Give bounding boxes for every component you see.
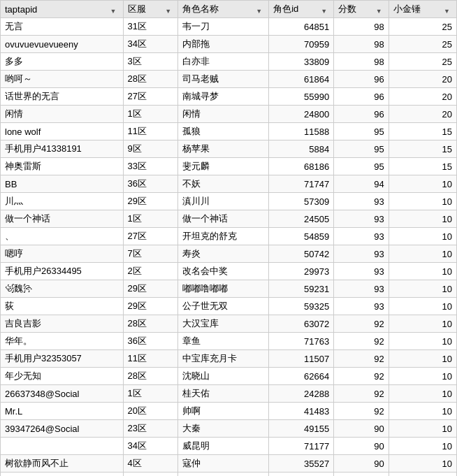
cell-role_id: 41483 [269, 403, 334, 420]
cell-score: 98 [334, 18, 389, 36]
cell-gold_hammer: 10 [389, 298, 456, 315]
cell-taptapid: 川灬 [1, 193, 124, 210]
col-gold-hammer[interactable]: 小金锤 [389, 1, 456, 18]
cell-gold_hammer: 25 [389, 53, 456, 71]
cell-server: 29区 [123, 193, 178, 210]
table-row: 39347264@Social23区大秦491559010 [1, 420, 457, 438]
cell-taptapid: 多多 [1, 53, 124, 71]
cell-score: 96 [334, 71, 389, 88]
cell-role_name: 帅啊 [178, 403, 269, 420]
cell-taptapid: 吉良吉影 [1, 315, 124, 333]
cell-server: 9区 [123, 140, 178, 158]
cell-score: 96 [334, 106, 389, 123]
cell-gold_hammer: 10 [389, 280, 456, 298]
cell-server: 11区 [123, 350, 178, 368]
table-row: 川灬29区滇川川573099310 [1, 193, 457, 210]
table-row: 年少无知28区沈晓山626649210 [1, 368, 457, 385]
cell-gold_hammer: 10 [389, 210, 456, 228]
cell-taptapid: 、 [1, 228, 124, 245]
cell-gold_hammer: 20 [389, 106, 456, 123]
cell-role_name: 寿炎 [178, 245, 269, 263]
filter-icon-role-name[interactable] [256, 5, 264, 13]
cell-role_name: 沈晓山 [178, 368, 269, 385]
cell-taptapid: 手机用户26334495 [1, 263, 124, 280]
filter-icon-role-id[interactable] [321, 5, 329, 13]
filter-icon-score[interactable] [376, 5, 384, 13]
cell-gold_hammer: 10 [389, 193, 456, 210]
cell-taptapid: ovuvuevuevueeny [1, 36, 124, 53]
cell-server: 34区 [123, 36, 178, 53]
filter-icon-gold-hammer[interactable] [444, 5, 452, 13]
table-row: lone wolf11区孤狼115889515 [1, 123, 457, 140]
cell-gold_hammer: 25 [389, 36, 456, 53]
cell-taptapid: 树欲静而风不止 [1, 455, 124, 473]
col-taptapid[interactable]: taptapid [1, 1, 124, 18]
cell-taptapid: 39347264@Social [1, 420, 124, 438]
cell-role_name: 杨苹果 [178, 140, 269, 158]
cell-score: 90 [334, 455, 389, 473]
table-row: 荻29区公子世无双593259310 [1, 298, 457, 315]
cell-role_name: 闲情 [178, 106, 269, 123]
cell-server: 34区 [123, 438, 178, 455]
table-row: 多多3区白亦非338099825 [1, 53, 457, 71]
filter-icon-taptapid[interactable] [110, 5, 119, 13]
cell-taptapid: 嗯哼 [1, 245, 124, 263]
cell-server: 36区 [123, 333, 178, 350]
cell-role_id: 59231 [269, 280, 334, 298]
cell-role_id: 68186 [269, 158, 334, 175]
cell-server: 36区 [123, 175, 178, 193]
col-server[interactable]: 区服 [123, 1, 178, 18]
cell-role_id: 54859 [269, 228, 334, 245]
cell-role_name: 斐元麟 [178, 158, 269, 175]
cell-server: 7区 [123, 245, 178, 263]
cell-gold_hammer: 10 [389, 263, 456, 280]
cell-gold_hammer: 10 [389, 175, 456, 193]
cell-gold_hammer: 10 [389, 403, 456, 420]
col-score[interactable]: 分数 [334, 1, 389, 18]
cell-taptapid: 26637348@Social [1, 385, 124, 403]
cell-gold_hammer: 25 [389, 18, 456, 36]
cell-server: 1区 [123, 210, 178, 228]
cell-server: 33区 [123, 158, 178, 175]
table-row: 哟呵～28区司马老贼618649620 [1, 71, 457, 88]
cell-server: 31区 [123, 18, 178, 36]
cell-role_name: 大汉宝库 [178, 315, 269, 333]
cell-score: 95 [334, 140, 389, 158]
col-role-id[interactable]: 角色id [269, 1, 334, 18]
cell-role_name: 韦一刀 [178, 18, 269, 36]
cell-role_name: 改名会中奖 [178, 263, 269, 280]
cell-role_name: 做一个神话 [178, 210, 269, 228]
cell-taptapid: Mr.L [1, 403, 124, 420]
cell-taptapid: 荻 [1, 298, 124, 315]
cell-gold_hammer: 10 [389, 228, 456, 245]
cell-role_name: 不妖 [178, 175, 269, 193]
cell-score: 93 [334, 210, 389, 228]
cell-gold_hammer: 10 [389, 455, 456, 473]
cell-role_id: 64851 [269, 18, 334, 36]
cell-server: 29区 [123, 280, 178, 298]
cell-role_id: 71763 [269, 333, 334, 350]
cell-gold_hammer: 20 [389, 71, 456, 88]
filter-icon-server[interactable] [165, 5, 173, 13]
cell-role_name: 公子世无双 [178, 298, 269, 315]
cell-taptapid: 做一个神话 [1, 210, 124, 228]
cell-gold_hammer: 10 [389, 333, 456, 350]
cell-taptapid: 华年。 [1, 333, 124, 350]
cell-taptapid [1, 438, 124, 455]
cell-taptapid: 神奥雷斯 [1, 158, 124, 175]
cell-gold_hammer: 15 [389, 140, 456, 158]
cell-gold_hammer: 10 [389, 315, 456, 333]
table-row: ꧁魏꧂29区嘟嘟噜嘟嘟592319310 [1, 280, 457, 298]
cell-score: 94 [334, 175, 389, 193]
col-role-name[interactable]: 角色名称 [178, 1, 269, 18]
cell-taptapid: lone wolf [1, 123, 124, 140]
table-row: 手机用户263344952区改名会中奖299739310 [1, 263, 457, 280]
cell-score: 92 [334, 315, 389, 333]
cell-score: 93 [334, 263, 389, 280]
cell-score: 92 [334, 368, 389, 385]
cell-taptapid: 年少无知 [1, 368, 124, 385]
cell-role_name: 桂天佑 [178, 385, 269, 403]
cell-taptapid: BB [1, 175, 124, 193]
cell-server: 4区 [123, 455, 178, 473]
cell-server: 1区 [123, 106, 178, 123]
